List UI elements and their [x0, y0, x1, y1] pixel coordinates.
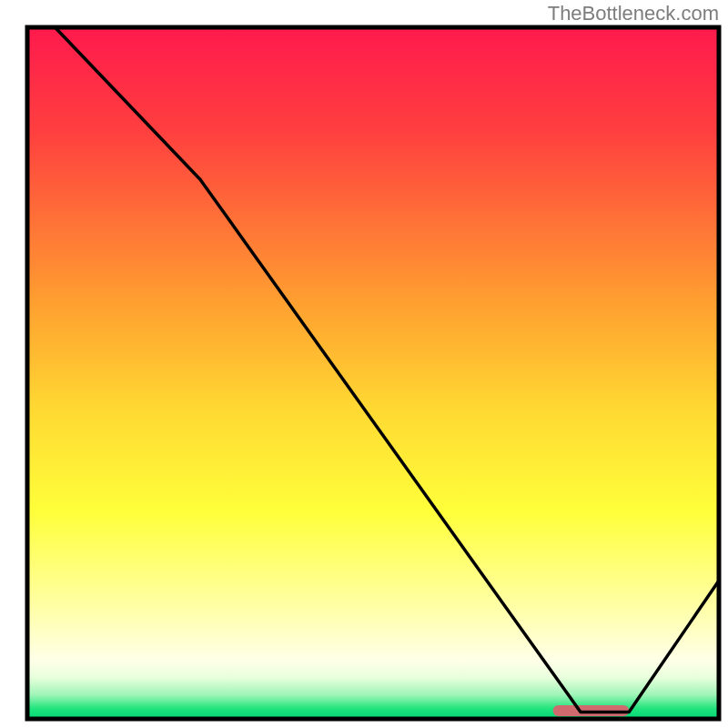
- chart-container: TheBottleneck.com: [0, 0, 728, 728]
- bottleneck-chart: [0, 0, 728, 728]
- watermark-text: TheBottleneck.com: [548, 2, 719, 25]
- gradient-background: [27, 27, 719, 719]
